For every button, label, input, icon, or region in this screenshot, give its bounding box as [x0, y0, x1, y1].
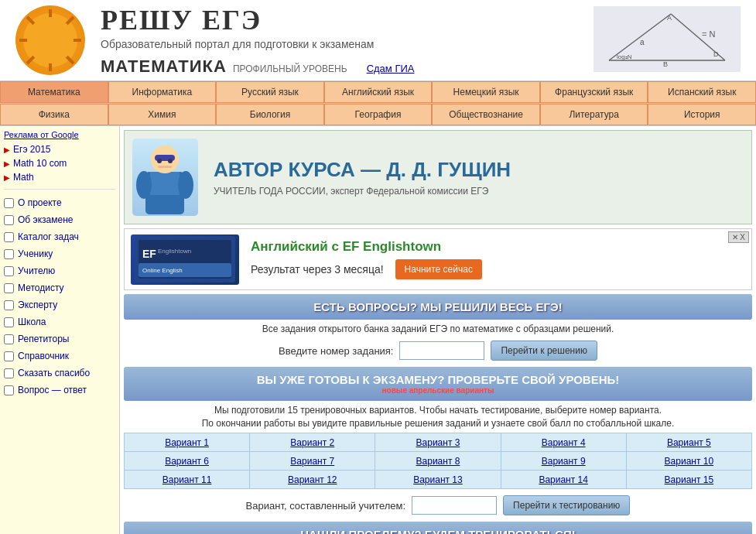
main-content: АВТОР КУРСА — Д. Д. ГУЩИН УЧИТЕЛЬ ГОДА Р… — [120, 126, 756, 534]
sidebar-menu-item[interactable]: Эксперту — [4, 296, 115, 313]
author-subtitle: УЧИТЕЛЬ ГОДА РОССИИ, эксперт Федеральной… — [214, 186, 511, 197]
sidebar-ad-link-math-10-com[interactable]: Math 10 com — [4, 156, 115, 170]
new-badge: новые апрельские варианты — [130, 386, 746, 395]
nav-item-испанский-язык[interactable]: Испанский язык — [648, 81, 756, 103]
sidebar-menu-label: Ученику — [18, 248, 53, 259]
sidebar-checkbox[interactable] — [4, 334, 14, 344]
sidebar: Реклама от Google Егэ 2015Math 10 comMat… — [0, 126, 120, 534]
header-right: B A log₂N = N a D — [594, 6, 748, 74]
author-text-block: АВТОР КУРСА — Д. Д. ГУЩИН УЧИТЕЛЬ ГОДА Р… — [198, 158, 511, 197]
nav-item-математика[interactable]: Математика — [0, 81, 108, 103]
sidebar-checkbox[interactable] — [4, 385, 14, 395]
sidebar-menu-label: Школа — [18, 317, 46, 327]
nav-item-обществознание[interactable]: Обществознание — [432, 104, 540, 125]
sidebar-ad-link-егэ-2015[interactable]: Егэ 2015 — [4, 142, 115, 156]
sidebar-menu-item[interactable]: Сказать спасибо — [4, 365, 115, 382]
variant-link[interactable]: Вариант 3 — [416, 437, 460, 448]
variant-link[interactable]: Вариант 1 — [165, 437, 209, 448]
nav-item-география[interactable]: География — [324, 104, 433, 125]
variant-link[interactable]: Вариант 13 — [413, 474, 463, 485]
site-subtitle: Образовательный портал для подготовки к … — [101, 38, 594, 50]
ad-heading: Английский с EF Englishtown — [251, 239, 745, 255]
variant-link[interactable]: Вариант 15 — [665, 474, 714, 485]
logo-icon — [15, 5, 85, 75]
teacher-variant-row: Вариант, составленный учителем: Перейти … — [124, 495, 752, 515]
variant-link[interactable]: Вариант 5 — [667, 437, 711, 448]
svg-text:log₂N: log₂N — [617, 53, 632, 60]
nav-item-история[interactable]: История — [648, 104, 756, 125]
svg-point-29 — [136, 171, 152, 199]
variant-link[interactable]: Вариант 11 — [162, 474, 212, 485]
variants-text-1: Мы подготовили 15 тренировочных варианто… — [124, 405, 752, 416]
nav-item-английский-язык[interactable]: Английский язык — [324, 81, 433, 103]
sidebar-checkbox[interactable] — [4, 283, 14, 293]
sidebar-menu-item[interactable]: Репетиторы — [4, 330, 115, 347]
nav-item-биология[interactable]: Биология — [216, 104, 324, 125]
ad-image: EF Englishtown Online English — [131, 234, 239, 285]
sidebar-checkbox[interactable] — [4, 368, 14, 378]
author-figure — [136, 142, 194, 216]
header-math-graphic: B A log₂N = N a D — [594, 6, 741, 72]
nav-item-литература[interactable]: Литература — [540, 104, 648, 125]
teacher-submit-button[interactable]: Перейти к тестированию — [503, 495, 630, 515]
sidebar-menu-item[interactable]: О проекте — [4, 194, 115, 211]
sidebar-checkbox[interactable] — [4, 215, 14, 225]
sidebar-menu-item[interactable]: Каталог задач — [4, 228, 115, 245]
content-wrapper: Реклама от Google Егэ 2015Math 10 comMat… — [0, 126, 756, 534]
variant-link[interactable]: Вариант 10 — [665, 456, 714, 467]
ad-banner: ✕ X EF Englishtown Online English Англий… — [124, 228, 752, 290]
task-submit-button[interactable]: Перейти к решению — [491, 341, 597, 361]
sidebar-menu-item[interactable]: Школа — [4, 313, 115, 330]
nav-item-немецкий-язык[interactable]: Немецкий язык — [432, 81, 540, 103]
nav-item-физика[interactable]: Физика — [0, 104, 108, 125]
nav-item-информатика[interactable]: Информатика — [108, 81, 217, 103]
sidebar-checkbox[interactable] — [4, 232, 14, 242]
subject-level: ПРОФИЛЬНЫЙ УРОВЕНЬ — [233, 63, 347, 74]
variant-link[interactable]: Вариант 14 — [539, 474, 588, 485]
nav-row-2: ФизикаХимияБиологияГеографияОбществознан… — [0, 104, 756, 126]
variant-link[interactable]: Вариант 8 — [416, 456, 460, 467]
variant-link[interactable]: Вариант 2 — [290, 437, 334, 448]
sidebar-checkbox[interactable] — [4, 198, 14, 208]
variant-link[interactable]: Вариант 6 — [165, 456, 209, 467]
teacher-label: Вариант, составленный учителем: — [246, 500, 405, 512]
variant-link[interactable]: Вариант 12 — [288, 474, 337, 485]
section1-text: Все задания открытого банка заданий ЕГЭ … — [124, 323, 752, 334]
ad-cta-button[interactable]: Начните сейчас — [395, 259, 482, 279]
nav-item-химия[interactable]: Химия — [108, 104, 217, 125]
sidebar-menu-label: Вопрос — ответ — [18, 385, 87, 395]
sidebar-checkbox[interactable] — [4, 317, 14, 327]
sidebar-menu-item[interactable]: Методисту — [4, 279, 115, 296]
svg-text:D: D — [713, 50, 719, 58]
sidebar-menu-item[interactable]: Справочник — [4, 347, 115, 365]
sidebar-ad-links: Егэ 2015Math 10 comMath — [4, 142, 115, 184]
svg-point-10 — [43, 33, 58, 48]
variant-link[interactable]: Вариант 4 — [542, 437, 586, 448]
task-number-input[interactable] — [399, 341, 484, 360]
sidebar-checkbox[interactable] — [4, 300, 14, 310]
svg-text:A: A — [667, 14, 672, 22]
sidebar-menu-item[interactable]: Учителю — [4, 262, 115, 279]
sidebar-menu-item[interactable]: Об экзамене — [4, 211, 115, 228]
gia-link[interactable]: Сдам ГИА — [367, 63, 415, 74]
variant-link[interactable]: Вариант 9 — [542, 456, 586, 467]
sidebar-menu-label: Сказать спасибо — [18, 368, 90, 378]
sidebar-checkbox[interactable] — [4, 266, 14, 276]
variants-table: Вариант 1Вариант 2Вариант 3Вариант 4Вари… — [124, 433, 752, 489]
sidebar-menu-item[interactable]: Ученику — [4, 245, 115, 262]
sidebar-menu-label: Справочник — [18, 351, 69, 361]
ad-close-icon[interactable]: ✕ X — [728, 231, 749, 243]
nav-item-французский-язык[interactable]: Французский язык — [540, 81, 648, 103]
nav-item-русский-язык[interactable]: Русский язык — [216, 81, 324, 103]
section1-header: ЕСТЬ ВОПРОСЫ? МЫ РЕШИЛИ ВЕСЬ ЕГЭ! — [124, 294, 752, 320]
teacher-variant-input[interactable] — [412, 496, 497, 515]
svg-text:Online English: Online English — [142, 267, 183, 274]
author-avatar — [132, 139, 198, 216]
logo — [8, 5, 93, 75]
sidebar-checkbox[interactable] — [4, 249, 14, 259]
sidebar-ad-link-math[interactable]: Math — [4, 170, 115, 184]
sidebar-checkbox[interactable] — [4, 351, 14, 361]
variant-link[interactable]: Вариант 7 — [290, 456, 334, 467]
sidebar-menu-item[interactable]: Вопрос — ответ — [4, 382, 115, 399]
section2-header-text: ВЫ УЖЕ ГОТОВЫ К ЭКЗАМЕНУ? ПРОВЕРЬТЕ СВОЙ… — [130, 373, 746, 386]
